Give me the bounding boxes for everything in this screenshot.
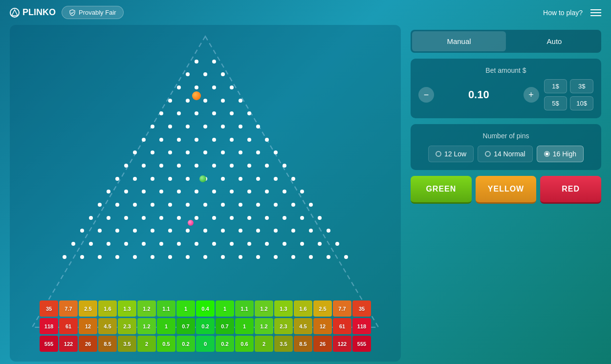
red-button[interactable]: RED xyxy=(540,176,601,204)
pin xyxy=(186,125,190,128)
pin xyxy=(327,229,330,233)
pin xyxy=(221,255,225,259)
pins-label: Number of pins xyxy=(418,132,593,140)
bucket: 1.6 xyxy=(98,300,117,317)
pin xyxy=(107,242,110,246)
pin xyxy=(98,229,102,233)
radio-dot xyxy=(544,151,550,157)
pin xyxy=(274,177,278,181)
pin xyxy=(283,242,286,246)
bucket: 0 xyxy=(196,336,215,352)
bucket: 4.5 xyxy=(294,318,312,334)
bucket: 1.2 xyxy=(255,300,273,317)
pin xyxy=(212,138,216,142)
quick-bet-button[interactable]: 3$ xyxy=(570,79,593,93)
bucket: 35 xyxy=(352,300,371,317)
pin xyxy=(195,111,198,115)
game-area: 357.72.51.61.31.21.110.411.11.21.31.62.5… xyxy=(10,25,401,362)
pin xyxy=(63,255,66,259)
bucket: 2.5 xyxy=(313,300,332,317)
ball-orange xyxy=(192,91,201,100)
bucket: 3.5 xyxy=(274,336,293,352)
pin xyxy=(230,242,234,246)
bet-decrease-button[interactable]: − xyxy=(418,87,434,103)
bucket: 0.4 xyxy=(196,300,215,317)
mode-tabs: Manual Auto xyxy=(411,30,601,53)
bucket: 26 xyxy=(313,336,332,352)
pin xyxy=(98,255,102,259)
pin xyxy=(291,229,295,233)
how-to-play-link[interactable]: How to play? xyxy=(543,9,583,17)
pin xyxy=(274,203,278,207)
radio-dot xyxy=(485,151,491,157)
pin xyxy=(168,203,172,207)
bucket: 0.2 xyxy=(196,318,215,334)
pin xyxy=(221,203,225,207)
pin xyxy=(274,229,278,233)
pin xyxy=(89,216,93,220)
bucket: 7.7 xyxy=(333,300,351,317)
pin xyxy=(247,164,251,168)
pin xyxy=(309,203,313,207)
tab-manual[interactable]: Manual xyxy=(412,31,506,51)
pins-panel: Number of pins 12 Low14 Normal16 High xyxy=(411,124,601,170)
pin xyxy=(195,216,198,220)
pin xyxy=(221,99,225,103)
pin xyxy=(256,177,260,181)
bucket: 8.5 xyxy=(294,336,312,352)
pin xyxy=(221,150,225,154)
bucket: 0.7 xyxy=(216,318,234,334)
pins-option[interactable]: 12 Low xyxy=(428,146,474,162)
pin xyxy=(344,255,348,259)
bucket: 1.2 xyxy=(137,318,156,334)
quick-bet-button[interactable]: 1$ xyxy=(544,79,567,93)
pin xyxy=(107,216,110,220)
pins-option[interactable]: 14 Normal xyxy=(478,146,533,162)
pin xyxy=(142,138,146,142)
pin xyxy=(230,190,234,193)
pin xyxy=(159,190,163,193)
pin xyxy=(159,111,163,115)
quick-bet-button[interactable]: 5$ xyxy=(544,96,567,110)
bucket: 0.6 xyxy=(235,336,254,352)
quick-bet-button[interactable]: 10$ xyxy=(570,96,593,110)
pin xyxy=(256,255,260,259)
pin xyxy=(212,60,216,64)
pin xyxy=(274,255,278,259)
pin xyxy=(168,150,172,154)
pin xyxy=(177,164,181,168)
provably-fair-button[interactable]: Provably Fair xyxy=(62,6,124,19)
pin xyxy=(239,203,242,207)
tab-auto[interactable]: Auto xyxy=(507,30,601,53)
green-button[interactable]: GREEN xyxy=(411,176,472,204)
pin xyxy=(71,242,75,246)
pin xyxy=(203,99,207,103)
pin xyxy=(98,203,102,207)
pin xyxy=(177,86,181,89)
bet-input-row: − 0.10 + xyxy=(418,87,539,103)
pin xyxy=(300,216,304,220)
pin xyxy=(309,229,313,233)
pin xyxy=(124,190,128,193)
bet-increase-button[interactable]: + xyxy=(524,87,539,103)
pins-option[interactable]: 16 High xyxy=(537,146,584,162)
bucket: 122 xyxy=(333,336,351,352)
pin xyxy=(283,164,286,168)
yellow-button[interactable]: YELLOW xyxy=(476,176,537,204)
pin xyxy=(115,229,119,233)
pin xyxy=(247,242,251,246)
pin xyxy=(195,190,198,193)
pin xyxy=(318,242,322,246)
pin xyxy=(212,190,216,193)
bucket: 1 xyxy=(157,318,175,334)
bucket: 555 xyxy=(40,336,58,352)
bucket: 1.1 xyxy=(157,300,175,317)
plinko-board xyxy=(10,30,401,298)
pin xyxy=(256,125,260,128)
pin xyxy=(239,177,242,181)
right-panel: Manual Auto Bet amount $ − 0.10 + 1$3$5$… xyxy=(411,25,601,362)
pin xyxy=(283,190,286,193)
menu-icon[interactable] xyxy=(590,9,601,16)
action-buttons: GREEN YELLOW RED xyxy=(411,176,601,204)
pin xyxy=(212,242,216,246)
